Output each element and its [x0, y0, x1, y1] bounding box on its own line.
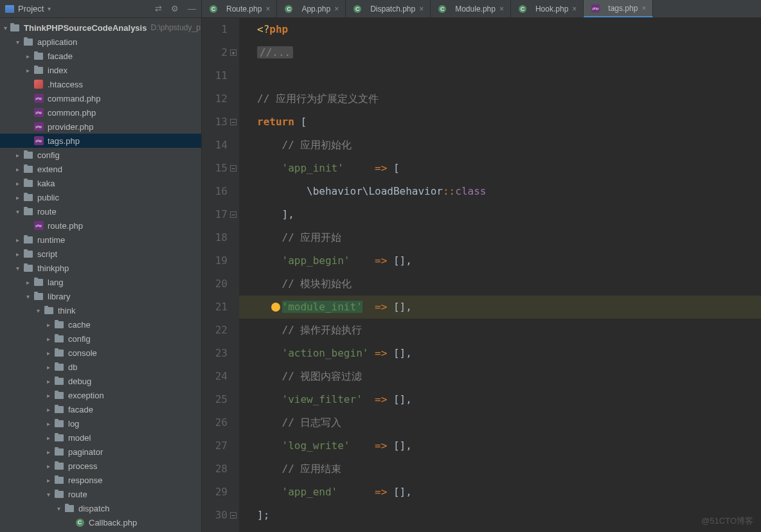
tree-item[interactable]: ▸public	[0, 190, 201, 204]
close-icon[interactable]: ×	[641, 4, 646, 13]
chevron-right-icon[interactable]: ▸	[45, 364, 51, 371]
chevron-right-icon[interactable]: ▸	[45, 406, 51, 413]
chevron-right-icon[interactable]: ▸	[14, 166, 21, 173]
editor-tab[interactable]: App.php×	[277, 0, 346, 17]
chevron-down-icon[interactable]: ▾	[14, 39, 21, 46]
code-line[interactable]: // 应用行为扩展定义文件	[257, 87, 761, 111]
code-line[interactable]: 'app_begin' => [],	[257, 249, 761, 272]
code-line[interactable]: ],	[257, 203, 761, 226]
code-line[interactable]: // 应用结束	[257, 457, 761, 481]
code-line[interactable]: <?php	[257, 18, 761, 41]
sidebar-dropdown-icon[interactable]: ▾	[48, 5, 51, 12]
code-line[interactable]: //...	[257, 41, 761, 64]
gutter-line[interactable]: 28	[202, 457, 228, 481]
code-line[interactable]: // 操作开始执行	[257, 319, 761, 342]
code-line[interactable]: 'action_begin' => [],	[257, 342, 761, 365]
code-line[interactable]: 'view_filter' => [],	[257, 388, 761, 411]
code-line[interactable]	[257, 527, 761, 532]
gutter-line[interactable]: 27	[202, 434, 228, 457]
fold-icon[interactable]: −	[230, 211, 237, 218]
close-icon[interactable]: ×	[334, 4, 339, 13]
tree-item[interactable]: ▸facade	[0, 402, 201, 416]
chevron-right-icon[interactable]: ▸	[14, 236, 21, 244]
tree-item[interactable]: ▸extend	[0, 162, 201, 176]
tree-item[interactable]: ▸config	[0, 148, 201, 162]
tree-item[interactable]: ▸config	[0, 332, 201, 346]
code-line[interactable]: // 日志写入	[257, 411, 761, 434]
gutter-line[interactable]: 14	[202, 134, 228, 157]
tree-item[interactable]: ▸runtime	[0, 233, 201, 247]
gutter-line[interactable]: 21	[202, 296, 228, 319]
tree-item[interactable]: ▸log	[0, 416, 201, 430]
editor-tab[interactable]: Route.php×	[202, 0, 277, 17]
tree-item[interactable]: Callback.php	[0, 515, 201, 529]
tree-item[interactable]: ▸facade	[0, 49, 201, 63]
gutter-line[interactable]: 2+	[202, 41, 228, 64]
chevron-down-icon[interactable]: ▾	[14, 208, 21, 215]
chevron-right-icon[interactable]: ▸	[45, 378, 51, 385]
tree-root[interactable]: ▾ThinkPHPSourceCodeAnalysisD:\phpstudy_p	[0, 21, 201, 35]
chevron-right-icon[interactable]: ▸	[24, 279, 31, 286]
code-line[interactable]: 'app_end' => [],	[257, 481, 761, 504]
tree-item[interactable]: ▾route	[0, 487, 201, 501]
gutter-line[interactable]: 24	[202, 365, 228, 388]
chevron-right-icon[interactable]: ▸	[45, 335, 51, 342]
code-line[interactable]: 'log_write' => [],	[257, 434, 761, 457]
gutter-line[interactable]: 1	[202, 18, 228, 41]
editor-tab[interactable]: Hook.php×	[511, 0, 584, 17]
chevron-right-icon[interactable]: ▸	[45, 392, 51, 399]
tree-item[interactable]: tags.php	[0, 134, 201, 148]
tree-item[interactable]: ▾thinkphp	[0, 261, 201, 275]
minimize-icon[interactable]: —	[188, 4, 196, 13]
gutter-line[interactable]: 13−	[202, 111, 228, 134]
close-icon[interactable]: ×	[419, 4, 424, 13]
chevron-right-icon[interactable]: ▸	[45, 350, 51, 357]
code-line[interactable]	[257, 64, 761, 87]
chevron-down-icon[interactable]: ▾	[24, 293, 31, 300]
gutter-line[interactable]: 15−	[202, 157, 228, 180]
fold-icon[interactable]: +	[230, 49, 237, 56]
chevron-right-icon[interactable]: ▸	[14, 194, 21, 201]
tree-item[interactable]: command.php	[0, 91, 201, 105]
tree-item[interactable]: route.php	[0, 218, 201, 233]
editor-tab[interactable]: tags.php×	[584, 0, 653, 17]
autoscroll-icon[interactable]: ⇄	[155, 4, 162, 13]
tree-item[interactable]: ▸index	[0, 63, 201, 77]
chevron-right-icon[interactable]: ▸	[14, 152, 21, 159]
tree-item[interactable]: Controller.php	[0, 529, 201, 532]
tree-item[interactable]: ▸lang	[0, 275, 201, 289]
gutter-line[interactable]: 11	[202, 64, 228, 87]
tree-item[interactable]: ▾route	[0, 204, 201, 218]
code-line[interactable]: // 应用开始	[257, 226, 761, 249]
editor-tab[interactable]: Module.php×	[431, 0, 511, 17]
close-icon[interactable]: ×	[572, 4, 577, 13]
fold-icon[interactable]: −	[230, 165, 237, 172]
gutter-line[interactable]: 29	[202, 481, 228, 504]
chevron-down-icon[interactable]: ▾	[4, 24, 7, 31]
close-icon[interactable]: ×	[265, 4, 270, 13]
chevron-down-icon[interactable]: ▾	[14, 265, 21, 272]
chevron-right-icon[interactable]: ▸	[24, 67, 31, 74]
fold-icon[interactable]: −	[230, 119, 237, 125]
chevron-right-icon[interactable]: ▸	[24, 53, 31, 60]
tree-item[interactable]: .htaccess	[0, 77, 201, 91]
code-line[interactable]: 'app_init' => [	[257, 157, 761, 180]
gutter-line[interactable]: 31	[202, 527, 228, 532]
tree-item[interactable]: ▸process	[0, 459, 201, 473]
tree-item[interactable]: ▾library	[0, 289, 201, 303]
gutter-line[interactable]: 12	[202, 87, 228, 111]
gutter-line[interactable]: 20	[202, 272, 228, 296]
tree-item[interactable]: ▸exception	[0, 388, 201, 402]
chevron-down-icon[interactable]: ▾	[35, 307, 41, 314]
chevron-down-icon[interactable]: ▾	[45, 491, 51, 498]
tree-item[interactable]: ▸paginator	[0, 445, 201, 459]
fold-icon[interactable]: −	[230, 512, 237, 519]
tree-item[interactable]: ▾think	[0, 303, 201, 317]
close-icon[interactable]: ×	[499, 4, 504, 13]
tree-item[interactable]: ▸model	[0, 430, 201, 445]
gutter-line[interactable]: 26	[202, 411, 228, 434]
gutter-line[interactable]: 17−	[202, 203, 228, 226]
gutter-line[interactable]: 23	[202, 342, 228, 365]
tree-item[interactable]: ▸console	[0, 346, 201, 360]
code-line[interactable]: // 视图内容过滤	[257, 365, 761, 388]
